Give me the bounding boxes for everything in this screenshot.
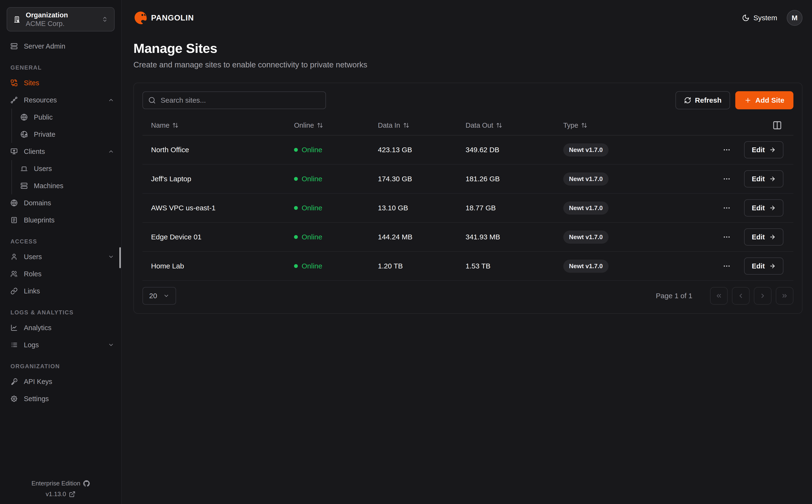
sidebar: Organization ACME Corp. Server Admin GEN…: [0, 0, 122, 504]
edit-button[interactable]: Edit: [744, 199, 783, 217]
column-header-online[interactable]: Online: [294, 121, 378, 129]
column-visibility-button[interactable]: [771, 119, 783, 131]
search-input[interactable]: [142, 91, 326, 109]
columns-icon: [772, 121, 782, 130]
sidebar-item-machines[interactable]: Machines: [12, 177, 121, 194]
sort-icon: [172, 122, 178, 128]
last-page-button[interactable]: [776, 287, 793, 305]
page-size-select[interactable]: 20: [142, 287, 176, 305]
column-header-type[interactable]: Type: [563, 121, 687, 129]
row-actions-menu-button[interactable]: [723, 146, 731, 154]
server-icon: [10, 43, 18, 50]
globe-icon: [20, 114, 28, 121]
edit-button[interactable]: Edit: [744, 257, 783, 275]
arrow-right-icon: [769, 146, 776, 153]
github-icon[interactable]: [83, 480, 90, 487]
sidebar-item-blueprints[interactable]: Blueprints: [0, 212, 121, 229]
sidebar-item-label: Clients: [24, 148, 45, 156]
type-badge: Newt v1.7.0: [563, 143, 609, 156]
link-icon: [10, 287, 18, 295]
app-root: Organization ACME Corp. Server Admin GEN…: [0, 0, 812, 504]
chevrons-up-down-icon: [102, 16, 108, 22]
sidebar-item-public[interactable]: Public: [12, 109, 121, 126]
main-content: PANGOLIN System M Manage Sites Create an…: [122, 0, 812, 504]
edit-button[interactable]: Edit: [744, 170, 783, 187]
sidebar-item-label: Machines: [34, 182, 63, 190]
data-in-value: 174.30 GB: [378, 175, 466, 183]
prev-page-button[interactable]: [732, 287, 750, 305]
column-header-name[interactable]: Name: [142, 121, 294, 129]
data-out-value: 1.53 TB: [466, 262, 563, 270]
data-in-value: 144.24 MB: [378, 233, 466, 241]
sidebar-item-private[interactable]: Private: [12, 126, 121, 143]
pangolin-logo-icon: [133, 11, 147, 25]
ellipsis-icon: [723, 204, 731, 212]
table-row[interactable]: AWS VPC us-east-1 Online 13.10 GB 18.77 …: [142, 194, 793, 223]
resources-subnav: Public Private: [11, 109, 121, 143]
sidebar-item-analytics[interactable]: Analytics: [0, 319, 121, 336]
data-in-value: 1.20 TB: [378, 262, 466, 270]
sidebar-scrollbar-thumb[interactable]: [119, 247, 121, 268]
row-actions-menu-button[interactable]: [723, 204, 731, 212]
user-avatar[interactable]: M: [787, 10, 802, 26]
add-site-button[interactable]: Add Site: [735, 91, 793, 109]
sidebar-item-domains[interactable]: Domains: [0, 194, 121, 212]
chevron-down-icon: [108, 254, 114, 260]
column-header-data-out[interactable]: Data Out: [466, 121, 563, 129]
data-in-value: 423.13 GB: [378, 146, 466, 154]
sidebar-item-logs[interactable]: Logs: [0, 336, 121, 353]
sidebar-item-links[interactable]: Links: [0, 282, 121, 300]
section-access: ACCESS: [0, 229, 121, 248]
section-organization: ORGANIZATION: [0, 353, 121, 373]
sidebar-item-users[interactable]: Users: [0, 248, 121, 265]
sidebar-item-client-users[interactable]: Users: [12, 160, 121, 177]
laptop-icon: [20, 165, 28, 172]
sidebar-item-settings[interactable]: Settings: [0, 390, 121, 407]
table-row[interactable]: Jeff's Laptop Online 174.30 GB 181.26 GB…: [142, 165, 793, 194]
sidebar-item-clients[interactable]: Clients: [0, 143, 121, 160]
gear-icon: [10, 395, 18, 402]
site-name: Jeff's Laptop: [142, 175, 294, 183]
external-link-icon[interactable]: [69, 491, 76, 498]
column-header-data-in[interactable]: Data In: [378, 121, 466, 129]
arrow-right-icon: [769, 205, 776, 211]
table-header: Name Online Data In Data Out Type: [142, 116, 793, 136]
page-head: Manage Sites Create and manage sites to …: [133, 40, 802, 69]
row-actions-menu-button[interactable]: [723, 262, 731, 270]
chevron-left-icon: [737, 292, 744, 299]
chevron-up-icon: [108, 148, 114, 155]
arrow-right-icon: [769, 263, 776, 269]
sidebar-footer: Enterprise Edition v1.13.0: [0, 476, 121, 498]
table-row[interactable]: Home Lab Online 1.20 TB 1.53 TB Newt v1.…: [142, 252, 793, 281]
page-info: Page 1 of 1: [656, 292, 692, 300]
edit-button[interactable]: Edit: [744, 228, 783, 246]
theme-toggle[interactable]: System: [742, 14, 777, 22]
refresh-button[interactable]: Refresh: [675, 91, 730, 109]
sidebar-item-api-keys[interactable]: API Keys: [0, 373, 121, 390]
sidebar-item-server-admin[interactable]: Server Admin: [0, 38, 121, 55]
data-out-value: 181.26 GB: [466, 175, 563, 183]
table-row[interactable]: North Office Online 423.13 GB 349.62 DB …: [142, 136, 793, 165]
table-toolbar: Refresh Add Site: [142, 91, 793, 109]
edit-button[interactable]: Edit: [744, 141, 783, 158]
next-page-button[interactable]: [754, 287, 771, 305]
brand-logo[interactable]: PANGOLIN: [133, 11, 194, 25]
sidebar-item-sites[interactable]: Sites: [0, 74, 121, 91]
online-dot-icon: [294, 235, 298, 239]
user-icon: [10, 253, 18, 260]
users-icon: [10, 270, 18, 277]
sidebar-item-resources[interactable]: Resources: [0, 91, 121, 109]
row-actions-menu-button[interactable]: [723, 233, 731, 241]
first-page-button[interactable]: [710, 287, 728, 305]
waypoints-icon: [10, 96, 18, 104]
sidebar-item-label: Blueprints: [24, 216, 55, 224]
sidebar-item-label: Settings: [24, 395, 49, 403]
sidebar-item-roles[interactable]: Roles: [0, 265, 121, 282]
table-row[interactable]: Edge Device 01 Online 144.24 MB 341.93 M…: [142, 223, 793, 252]
status-badge: Online: [294, 175, 378, 183]
sidebar-item-label: Server Admin: [24, 42, 65, 50]
org-switcher[interactable]: Organization ACME Corp.: [7, 7, 115, 31]
row-actions-menu-button[interactable]: [723, 175, 731, 183]
brand-name: PANGOLIN: [151, 13, 194, 22]
key-icon: [10, 378, 18, 385]
